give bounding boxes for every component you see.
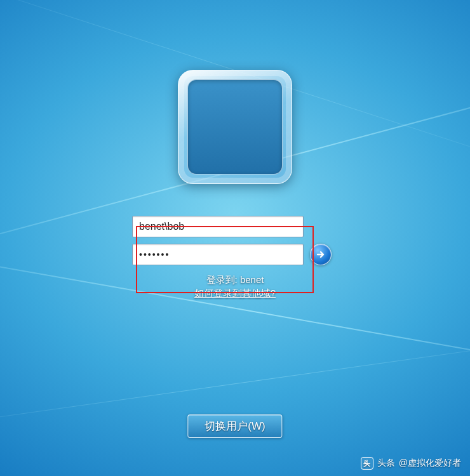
arrow-right-icon — [315, 249, 326, 260]
watermark-handle: @虚拟化爱好者 — [399, 458, 461, 469]
watermark: 头 头条 @虚拟化爱好者 — [361, 457, 461, 470]
login-panel: 登录到: benet 如何登录到其他域? — [0, 70, 470, 300]
user-avatar-frame — [178, 70, 292, 184]
domain-label: 登录到: benet — [194, 274, 276, 286]
switch-user-button[interactable]: 切换用户(W) — [187, 414, 282, 438]
user-avatar — [187, 79, 283, 175]
password-input[interactable] — [132, 244, 304, 265]
watermark-prefix: 头条 — [377, 458, 395, 469]
watermark-logo-icon: 头 — [361, 457, 373, 470]
login-subtext: 登录到: benet 如何登录到其他域? — [194, 274, 276, 300]
credential-fields — [132, 216, 338, 265]
other-domain-link[interactable]: 如何登录到其他域? — [194, 288, 276, 300]
username-input[interactable] — [132, 216, 304, 237]
submit-button[interactable] — [310, 244, 332, 265]
